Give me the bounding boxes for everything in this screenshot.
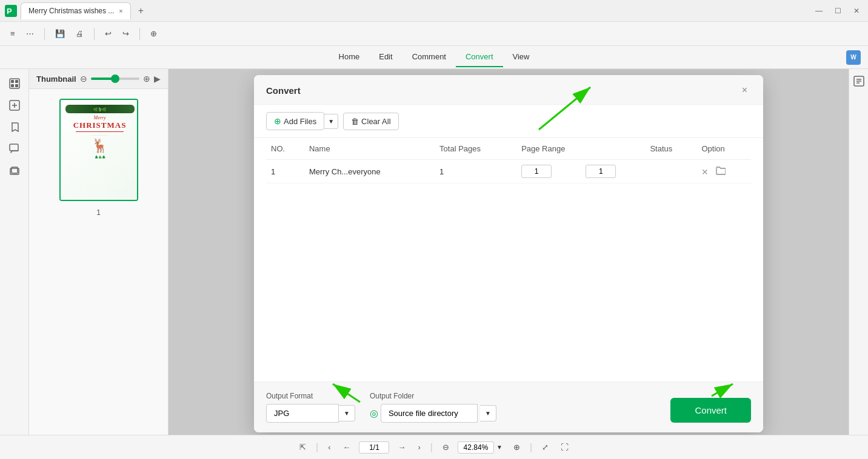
clear-all-label: Clear All — [361, 117, 390, 126]
trash-icon: 🗑 — [351, 117, 359, 126]
output-folder-label: Output Folder — [370, 392, 496, 400]
format-select-wrapper: JPG PNG PDF DOCX XLSX ▼ — [266, 404, 355, 423]
sidebar-layers-icon[interactable] — [5, 161, 24, 180]
folder-select-arrow: ▼ — [480, 405, 496, 421]
page-to-input[interactable] — [586, 165, 616, 178]
add-files-group: ⊕ Add Files ▼ — [266, 112, 338, 130]
col-option: Option — [696, 138, 751, 160]
add-files-button[interactable]: ⊕ Add Files — [266, 112, 324, 130]
content-area: Convert × ⊕ Add Files ▼ 🗑 Clear All — [169, 69, 849, 435]
share-button[interactable]: ⊕ — [147, 27, 160, 40]
word-icon: W — [846, 50, 861, 65]
new-tab-button[interactable]: + — [133, 2, 149, 19]
sidebar-comment-icon[interactable] — [5, 139, 24, 159]
row-page-to-cell — [581, 160, 645, 183]
zoom-slider[interactable] — [91, 78, 139, 80]
maximize-button[interactable]: ☐ — [831, 5, 845, 16]
svg-rect-4 — [11, 84, 14, 87]
bottombar: ⇱ | ‹ ← → › | ⊖ ▼ ⊕ | ⤢ ⛶ — [0, 435, 868, 459]
print-button[interactable]: 🖨 — [73, 27, 87, 40]
format-select[interactable]: JPG PNG PDF DOCX XLSX — [266, 404, 339, 423]
svg-rect-3 — [11, 80, 14, 83]
clear-all-button[interactable]: 🗑 Clear All — [343, 113, 398, 130]
folder-radio-icon[interactable]: ◎ — [370, 408, 378, 419]
collapse-icon[interactable]: ▶ — [154, 74, 161, 84]
zoom-in-icon[interactable]: ⊕ — [143, 74, 150, 84]
toolbar-sep-2 — [94, 28, 95, 40]
convert-dialog: Convert × ⊕ Add Files ▼ 🗑 Clear All — [254, 75, 763, 432]
menu-icon[interactable]: ≡ — [7, 27, 18, 40]
menu-home[interactable]: Home — [329, 47, 370, 67]
fit-width-button[interactable]: ⛶ — [557, 441, 572, 454]
prev-page-button[interactable]: ← — [339, 441, 354, 454]
output-folder-wrapper: ◎ Source file directory Custom folder...… — [370, 404, 496, 423]
svg-text:P: P — [7, 7, 12, 16]
dialog-spacer — [254, 283, 763, 382]
go-first-button[interactable]: ⇱ — [296, 441, 310, 454]
row-delete-button[interactable]: ✕ — [701, 167, 709, 177]
close-button[interactable]: ✕ — [850, 5, 863, 16]
zoom-in-button[interactable]: ⊕ — [510, 441, 524, 454]
sidebar-thumbnail-icon[interactable] — [5, 74, 24, 93]
dialog-footer: Output Format JPG PNG PDF DOCX XLSX ▼ — [254, 381, 763, 432]
row-folder-button[interactable] — [716, 167, 726, 177]
menu-convert[interactable]: Convert — [456, 47, 503, 67]
next-button[interactable]: › — [414, 441, 424, 454]
more-icon[interactable]: ⋯ — [23, 27, 37, 40]
convert-label: Convert — [695, 405, 727, 415]
output-format-label: Output Format — [266, 392, 355, 400]
app-icon: P — [5, 5, 17, 17]
row-status — [645, 160, 696, 183]
svg-rect-6 — [15, 84, 18, 87]
svg-rect-10 — [10, 144, 18, 151]
minimize-button[interactable]: — — [812, 5, 826, 16]
menubar-items: Home Edit Comment Convert View — [329, 47, 539, 67]
dialog-header: Convert × — [254, 75, 763, 105]
toolbar: ≡ ⋯ 💾 🖨 ↩ ↪ ⊕ — [0, 22, 868, 46]
sidebar-add-icon[interactable] — [5, 96, 24, 115]
menu-edit[interactable]: Edit — [369, 47, 402, 67]
sidebar-bookmark-icon[interactable] — [5, 117, 24, 137]
row-option: ✕ — [696, 160, 751, 183]
fit-page-button[interactable]: ⤢ — [538, 441, 552, 454]
table-row: 1 Merry Ch...everyone 1 — [266, 160, 751, 183]
menubar: Home Edit Comment Convert View W — [0, 46, 868, 69]
menu-view[interactable]: View — [503, 47, 539, 67]
thumbnail-page-label: 1 — [96, 208, 101, 217]
row-page-from-cell — [516, 160, 581, 183]
left-sidebar — [0, 69, 29, 435]
redo-button[interactable]: ↪ — [119, 27, 132, 40]
right-panel-icon[interactable] — [852, 74, 866, 88]
thumbnail-image: 🌿🍃🌿 Merry CHRISTMAS · · · · · · · · · · … — [61, 100, 138, 200]
thumbnail-title: Thumbnail — [36, 74, 76, 84]
zoom-out-button[interactable]: ⊖ — [439, 441, 453, 454]
zoom-select-wrapper: ▼ — [458, 441, 505, 454]
page-number-input[interactable] — [359, 441, 389, 454]
thumbnail-item[interactable]: 🌿🍃🌿 Merry CHRISTMAS · · · · · · · · · · … — [59, 99, 138, 201]
tab-close-button[interactable]: × — [119, 7, 122, 15]
thumbnail-panel: Thumbnail ⊖ ⊕ ▶ 🌿🍃🌿 Merry CHRISTMAS — [29, 69, 169, 435]
convert-button[interactable]: Convert — [670, 398, 751, 423]
col-name: Name — [304, 138, 435, 160]
undo-button[interactable]: ↩ — [102, 27, 115, 40]
zoom-input[interactable] — [458, 441, 494, 454]
zoom-dropdown-arrow[interactable]: ▼ — [494, 443, 505, 452]
tab-title: Merry Christmas wishes ... — [28, 7, 114, 15]
output-folder-field: Output Folder ◎ Source file directory Cu… — [370, 392, 496, 423]
save-button[interactable]: 💾 — [52, 27, 68, 40]
col-no: NO. — [266, 138, 304, 160]
menu-comment[interactable]: Comment — [402, 47, 456, 67]
prev-button[interactable]: ‹ — [324, 441, 334, 454]
output-format-field: Output Format JPG PNG PDF DOCX XLSX ▼ — [266, 392, 355, 423]
page-from-input[interactable] — [521, 165, 552, 178]
folder-select[interactable]: Source file directory Custom folder... — [381, 404, 478, 423]
dialog-close-button[interactable]: × — [738, 84, 751, 97]
col-status: Status — [645, 138, 696, 160]
titlebar: P Merry Christmas wishes ... × + — ☐ ✕ — [0, 0, 868, 22]
next-page-button[interactable]: → — [394, 441, 409, 454]
svg-rect-5 — [15, 80, 18, 83]
zoom-out-icon[interactable]: ⊖ — [80, 74, 87, 84]
files-table: NO. Name Total Pages Page Range Status O… — [266, 138, 751, 183]
add-files-dropdown-button[interactable]: ▼ — [324, 114, 338, 129]
active-tab[interactable]: Merry Christmas wishes ... × — [21, 2, 131, 19]
